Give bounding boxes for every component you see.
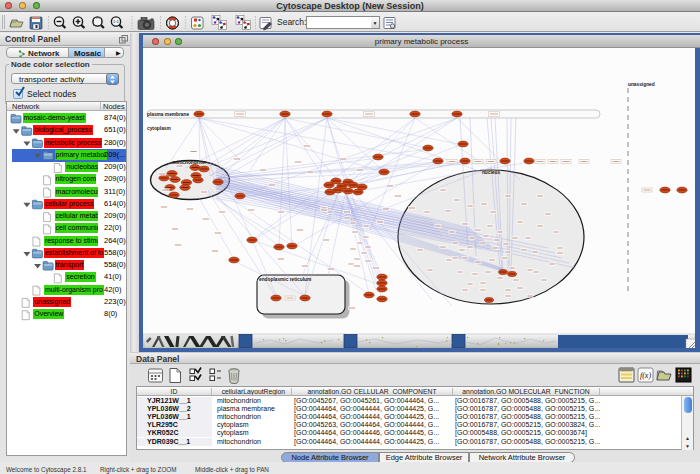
svg-text:cytoplasm: cytoplasm bbox=[147, 126, 171, 131]
svg-text:nucleus: nucleus bbox=[482, 170, 500, 175]
svg-text:plasma membrane: plasma membrane bbox=[147, 112, 189, 117]
svg-text:unassigned: unassigned bbox=[628, 82, 655, 87]
svg-text:endoplasmic reticulum: endoplasmic reticulum bbox=[259, 277, 311, 282]
svg-text:mitochondrion: mitochondrion bbox=[172, 160, 206, 165]
svg-text:1:1: 1:1 bbox=[113, 19, 119, 24]
svg-text:f(x): f(x) bbox=[640, 371, 651, 380]
